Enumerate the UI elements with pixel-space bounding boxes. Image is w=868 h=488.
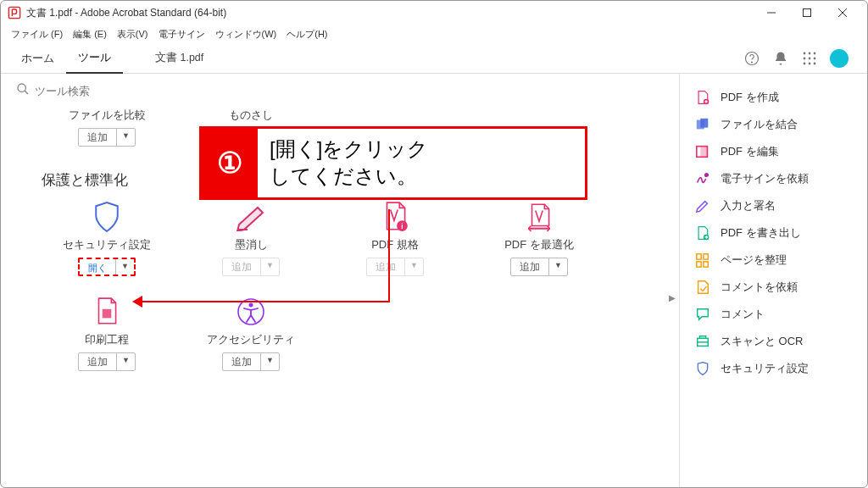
svg-point-11	[809, 57, 811, 59]
svg-rect-34	[697, 262, 701, 267]
tool-add-button[interactable]: 追加▼	[78, 128, 136, 147]
sidebar-label: セキュリティ設定	[721, 361, 809, 376]
chevron-down-icon: ▼	[549, 258, 567, 275]
sign-icon	[695, 198, 710, 214]
sidebar-request-esign[interactable]: 電子サインを依頼	[680, 165, 867, 192]
tool-add-button[interactable]: 追加▼	[366, 258, 424, 276]
chevron-down-icon: ▼	[261, 353, 279, 370]
sidebar-edit-pdf[interactable]: PDF を編集	[680, 138, 867, 165]
scan-icon	[695, 334, 710, 349]
svg-point-9	[814, 52, 816, 54]
tab-home[interactable]: ホーム	[9, 44, 66, 73]
tool-label: ものさし	[229, 108, 273, 123]
svg-point-10	[804, 57, 806, 59]
sidebar-export-pdf[interactable]: PDF を書き出し	[680, 219, 867, 247]
sidebar-create-pdf[interactable]: PDF を作成	[680, 84, 867, 111]
tool-print-production: 印刷工程 追加▼	[35, 297, 179, 371]
menu-bar: ファイル (F) 編集 (E) 表示(V) 電子サイン ウィンドウ(W) ヘルプ…	[1, 25, 867, 43]
bell-icon[interactable]	[772, 50, 789, 67]
create-pdf-icon	[695, 90, 710, 105]
help-icon[interactable]	[743, 50, 760, 67]
window-title: 文書 1.pdf - Adobe Acrobat Standard (64-bi…	[26, 6, 226, 20]
sidebar-collapse-button[interactable]: ▶	[665, 280, 680, 314]
sidebar-security-settings[interactable]: セキュリティ設定	[680, 355, 867, 382]
chevron-down-icon: ▼	[261, 258, 279, 275]
menu-edit[interactable]: 編集 (E)	[68, 26, 112, 42]
menu-window[interactable]: ウィンドウ(W)	[210, 26, 282, 42]
chevron-down-icon: ▼	[117, 353, 135, 370]
search-icon	[16, 82, 30, 99]
sidebar-request-comments[interactable]: コメントを依頼	[680, 274, 867, 301]
tab-document[interactable]: 文書 1.pdf	[140, 44, 219, 72]
tool-label: ファイルを比較	[69, 108, 146, 123]
combine-icon	[695, 117, 710, 132]
avatar[interactable]	[830, 49, 849, 68]
svg-point-7	[804, 52, 806, 54]
sidebar-comment[interactable]: コメント	[680, 301, 867, 328]
menu-view[interactable]: 表示(V)	[112, 26, 153, 42]
sidebar-combine-files[interactable]: ファイルを結合	[680, 111, 867, 138]
search-input[interactable]	[35, 85, 204, 97]
svg-point-6	[751, 61, 752, 62]
svg-point-30	[705, 174, 709, 177]
svg-point-15	[814, 62, 816, 64]
organize-icon	[695, 252, 710, 268]
svg-line-17	[25, 91, 28, 94]
tool-add-button[interactable]: 追加▼	[222, 352, 280, 371]
tool-redact: 墨消し 追加▼	[179, 202, 323, 276]
tool-add-button[interactable]: 追加▼	[222, 258, 280, 276]
chevron-down-icon: ▼	[116, 259, 134, 274]
export-icon	[695, 225, 710, 241]
redact-icon	[233, 202, 269, 232]
svg-point-8	[809, 52, 811, 54]
sidebar-organize-pages[interactable]: ページを整理	[680, 247, 867, 274]
tool-add-button[interactable]: 追加▼	[510, 258, 568, 276]
instruction-callout: ① [開く]をクリック してください。	[199, 126, 587, 200]
sidebar-label: コメント	[721, 307, 765, 322]
sidebar-scan-ocr[interactable]: スキャンと OCR	[680, 328, 867, 355]
tool-compare-files: ファイルを比較 追加▼	[35, 108, 179, 147]
sidebar-label: ページを整理	[721, 252, 787, 268]
sidebar-label: PDF を書き出し	[721, 225, 801, 241]
shield-icon	[89, 202, 125, 232]
apps-icon[interactable]	[801, 50, 818, 67]
menu-file[interactable]: ファイル (F)	[6, 26, 68, 42]
sidebar-label: スキャンと OCR	[721, 334, 804, 349]
sidebar-label: 電子サインを依頼	[721, 171, 809, 186]
svg-point-13	[804, 62, 806, 64]
svg-point-12	[814, 57, 816, 59]
menu-help[interactable]: ヘルプ(H)	[281, 26, 332, 42]
svg-point-14	[809, 62, 811, 64]
maximize-button[interactable]	[789, 1, 825, 25]
sidebar-label: PDF を作成	[721, 90, 779, 105]
callout-number: ①	[202, 129, 258, 197]
esign-icon	[695, 171, 710, 186]
sidebar-label: ファイルを結合	[721, 117, 798, 132]
tool-open-button[interactable]: 開く▼	[78, 258, 136, 276]
request-comment-icon	[695, 280, 710, 295]
svg-rect-22	[103, 309, 112, 319]
tab-tools[interactable]: ツール	[66, 43, 123, 74]
pdf-standards-icon: i	[377, 202, 413, 232]
menu-esign[interactable]: 電子サイン	[153, 26, 210, 42]
tool-security-settings: セキュリティ設定 開く▼	[35, 202, 179, 276]
tool-label: セキュリティ設定	[63, 237, 151, 252]
tool-add-button[interactable]: 追加▼	[78, 352, 136, 371]
optimize-icon	[521, 202, 557, 232]
tool-label: PDF を最適化	[504, 237, 574, 252]
main-panel: ファイルを比較 追加▼ ものさし 追加▼ 保護と標準化 セキュリティ設定 開く▼	[1, 74, 679, 487]
sidebar-fill-sign[interactable]: 入力と署名	[680, 192, 867, 219]
svg-point-24	[249, 303, 253, 308]
tool-label: PDF 規格	[371, 237, 419, 252]
close-button[interactable]	[825, 1, 860, 25]
comment-icon	[695, 307, 710, 322]
tool-label: 墨消し	[235, 237, 268, 252]
title-bar: 文書 1.pdf - Adobe Acrobat Standard (64-bi…	[1, 1, 867, 25]
tool-label: 印刷工程	[85, 332, 129, 347]
minimize-button[interactable]	[754, 1, 789, 25]
tool-label: アクセシビリティ	[207, 332, 295, 347]
print-production-icon	[89, 297, 125, 327]
acrobat-icon	[8, 6, 21, 19]
svg-rect-35	[704, 262, 708, 267]
tool-accessibility: アクセシビリティ 追加▼	[179, 297, 323, 371]
